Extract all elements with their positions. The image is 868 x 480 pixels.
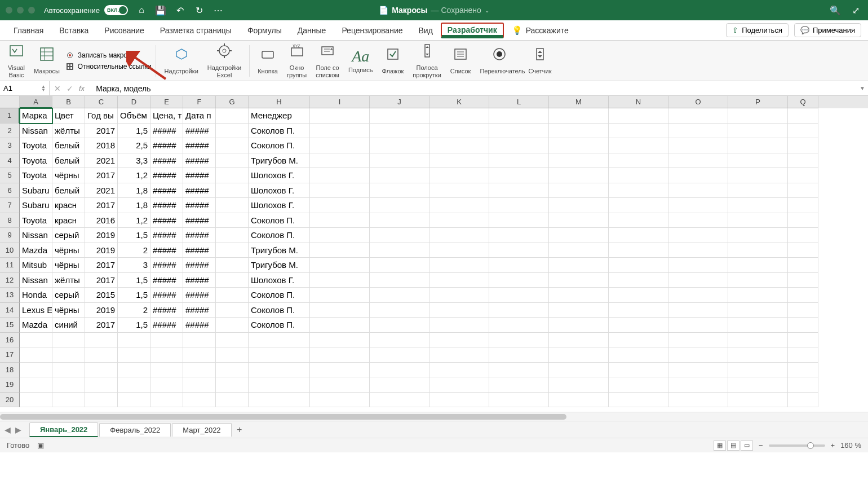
cell[interactable] [216, 153, 249, 169]
relative-refs-button[interactable]: Относительные ссылки [65, 62, 152, 71]
cell[interactable] [609, 393, 668, 408]
save-icon[interactable]: 💾 [155, 5, 166, 16]
addins-button[interactable]: Надстройки [161, 45, 201, 76]
cell[interactable] [310, 243, 370, 258]
ribbon-options-icon[interactable]: ⤢ [850, 5, 861, 16]
column-header-I[interactable]: I [310, 96, 370, 108]
cell[interactable] [20, 393, 52, 408]
cell[interactable]: ##### [150, 243, 183, 258]
page-layout-icon[interactable]: ▤ [727, 441, 739, 451]
cell[interactable] [489, 153, 549, 169]
cell[interactable] [489, 333, 549, 348]
cell[interactable]: 2021 [85, 153, 118, 169]
cell[interactable] [549, 183, 609, 199]
cell[interactable] [668, 138, 728, 153]
cell[interactable] [728, 198, 788, 213]
column-header-O[interactable]: O [668, 96, 728, 108]
cell[interactable] [310, 303, 370, 318]
cell[interactable] [310, 318, 370, 333]
cell[interactable] [489, 303, 549, 318]
cell[interactable] [370, 153, 429, 169]
cell[interactable]: 2018 [85, 138, 118, 153]
cell[interactable] [216, 168, 249, 183]
cell[interactable]: Toyota [20, 138, 52, 153]
cell[interactable] [489, 363, 549, 378]
home-icon[interactable]: ⌂ [136, 5, 147, 16]
zoom-thumb[interactable] [807, 442, 814, 449]
row-header-18[interactable]: 18 [0, 363, 20, 378]
name-box-spinner[interactable]: ▲▼ [41, 85, 46, 92]
cell[interactable]: Mazda [20, 243, 52, 258]
cell[interactable] [216, 228, 249, 243]
cell[interactable] [20, 333, 52, 348]
zoom-out-icon[interactable]: − [759, 441, 763, 450]
cell[interactable]: ##### [183, 303, 216, 318]
cell[interactable] [609, 258, 668, 273]
cell[interactable]: серый [52, 228, 85, 243]
cell[interactable] [489, 108, 549, 124]
cell[interactable]: Соколов П. [249, 213, 310, 228]
cell[interactable] [728, 183, 788, 199]
cell[interactable] [429, 288, 489, 303]
cell[interactable]: ##### [150, 138, 183, 153]
cell[interactable] [370, 213, 429, 228]
cell[interactable] [668, 228, 728, 243]
cell[interactable]: Шолохов Г. [249, 183, 310, 199]
cell[interactable] [489, 198, 549, 213]
cell[interactable] [728, 273, 788, 288]
cell[interactable] [788, 363, 818, 378]
cell[interactable] [788, 303, 818, 318]
column-header-M[interactable]: M [549, 96, 609, 108]
cell[interactable] [310, 108, 370, 124]
cell[interactable]: ##### [150, 183, 183, 199]
cell[interactable] [370, 228, 429, 243]
cell[interactable] [216, 303, 249, 318]
cell[interactable]: чёрны [52, 168, 85, 183]
cell[interactable]: белый [52, 138, 85, 153]
cell[interactable]: ##### [183, 318, 216, 333]
cell[interactable] [310, 153, 370, 169]
cell[interactable]: 1,5 [118, 288, 150, 303]
cell[interactable] [489, 213, 549, 228]
cell[interactable] [216, 213, 249, 228]
row-header-15[interactable]: 15 [0, 318, 20, 333]
cell[interactable] [52, 363, 85, 378]
cell[interactable] [429, 318, 489, 333]
redo-icon[interactable]: ↻ [193, 5, 205, 16]
cell[interactable]: ##### [150, 198, 183, 213]
maximize-window-icon[interactable] [28, 7, 35, 14]
cell[interactable] [370, 168, 429, 183]
column-header-Q[interactable]: Q [788, 96, 818, 108]
column-header-F[interactable]: F [183, 96, 216, 108]
cell[interactable]: 2017 [85, 258, 118, 273]
cell[interactable] [249, 363, 310, 378]
cell[interactable] [728, 228, 788, 243]
cell[interactable] [216, 124, 249, 139]
cell[interactable] [668, 153, 728, 169]
cell[interactable] [370, 303, 429, 318]
cell[interactable] [216, 108, 249, 124]
cell[interactable] [668, 258, 728, 273]
cell[interactable] [788, 138, 818, 153]
cell[interactable]: ##### [183, 138, 216, 153]
cell[interactable] [549, 363, 609, 378]
cell[interactable] [549, 288, 609, 303]
cell[interactable]: Шолохов Г. [249, 168, 310, 183]
scrollbar-control[interactable]: Полоса прокрутки [409, 41, 445, 80]
select-all-corner[interactable] [0, 96, 20, 108]
cell[interactable] [429, 198, 489, 213]
cell[interactable] [370, 393, 429, 408]
column-header-N[interactable]: N [609, 96, 668, 108]
cell[interactable] [728, 213, 788, 228]
row-header-10[interactable]: 10 [0, 243, 20, 258]
cell[interactable] [85, 393, 118, 408]
cell[interactable] [216, 347, 249, 363]
cell[interactable] [429, 243, 489, 258]
cell[interactable]: Соколов П. [249, 288, 310, 303]
cell[interactable] [609, 303, 668, 318]
cell[interactable]: красн [52, 213, 85, 228]
cell[interactable]: ##### [150, 258, 183, 273]
cell[interactable] [668, 363, 728, 378]
zoom-in-icon[interactable]: + [831, 441, 835, 450]
fx-icon[interactable]: fx [79, 84, 85, 93]
